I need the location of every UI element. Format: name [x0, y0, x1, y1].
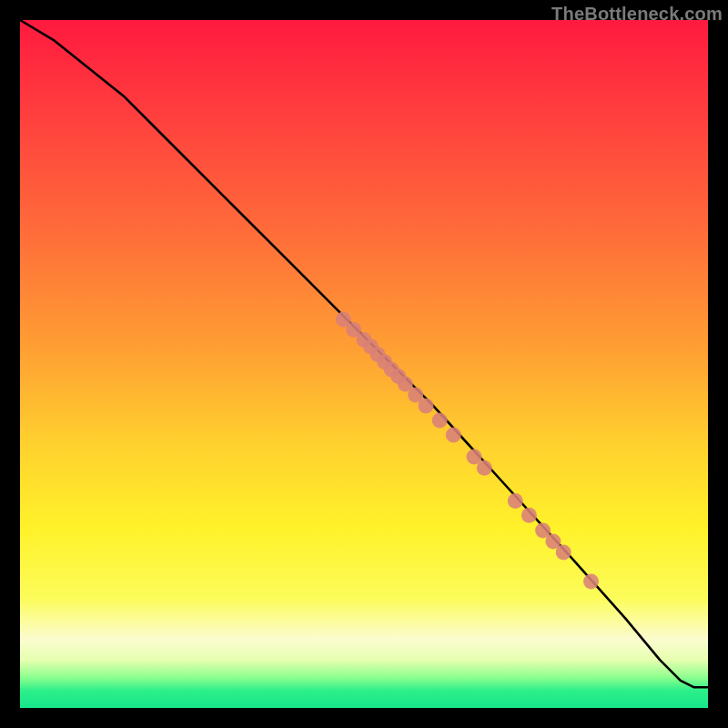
plot-area: [20, 20, 708, 708]
watermark-label: TheBottleneck.com: [551, 4, 723, 25]
chart-stage: TheBottleneck.com: [0, 0, 728, 728]
